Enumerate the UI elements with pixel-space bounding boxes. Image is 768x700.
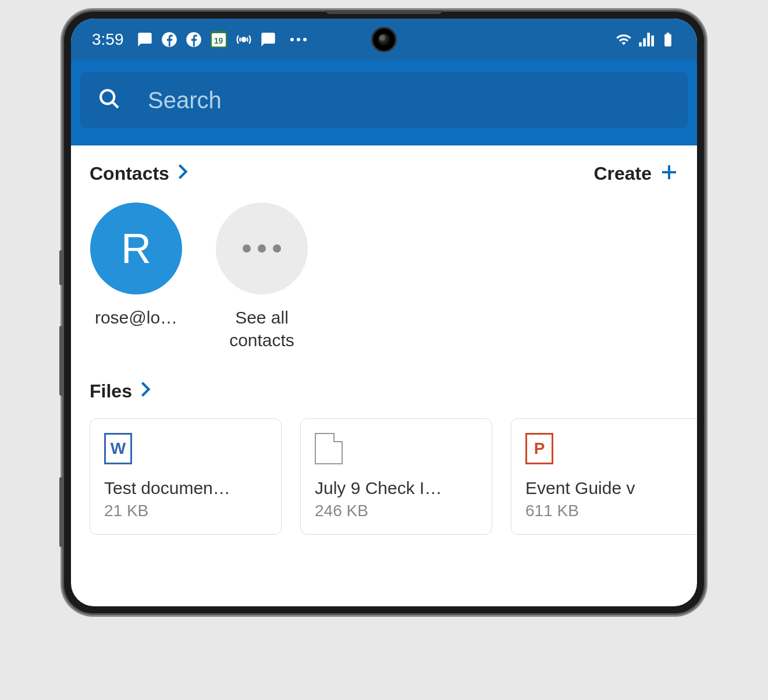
facebook-icon — [186, 31, 202, 48]
screen: 3:59 19 — [71, 19, 697, 606]
contact-initial: R — [121, 225, 151, 272]
file-size: 21 KB — [104, 502, 267, 520]
file-name: July 9 Check I… — [315, 478, 478, 498]
search-section: Search — [71, 61, 697, 145]
battery-icon — [660, 31, 676, 48]
signal-icon — [638, 31, 654, 48]
see-all-label: See all contacts — [215, 306, 308, 351]
files-section: Files W Test documen… 21 KB — [90, 381, 678, 535]
chevron-right-icon — [177, 163, 188, 184]
contact-label: rose@lo… — [95, 306, 177, 329]
file-card[interactable]: W Test documen… 21 KB — [90, 418, 282, 535]
dots-icon — [243, 244, 281, 253]
create-contact-button[interactable]: Create — [593, 162, 678, 185]
contacts-row: R rose@lo… See all contacts — [90, 202, 678, 351]
more-icon — [290, 38, 307, 41]
create-label: Create — [593, 163, 652, 184]
chat-icon — [260, 31, 276, 48]
contact-item[interactable]: R rose@lo… — [90, 202, 183, 351]
file-name: Event Guide v — [525, 478, 688, 498]
calendar-date: 19 — [214, 36, 223, 45]
calendar-icon: 19 — [210, 31, 227, 48]
camera-notch — [371, 27, 397, 52]
plus-icon — [660, 162, 678, 185]
search-placeholder: Search — [148, 87, 222, 113]
word-file-icon: W — [104, 433, 132, 464]
side-button — [59, 326, 63, 396]
file-card[interactable]: P Event Guide v 611 KB — [511, 418, 697, 535]
file-size: 246 KB — [315, 502, 478, 520]
blank-file-icon — [315, 433, 343, 464]
status-bar: 3:59 19 — [71, 19, 697, 61]
facebook-icon — [161, 31, 177, 48]
broadcast-icon — [236, 31, 252, 48]
svg-line-4 — [112, 102, 118, 108]
contacts-title: Contacts — [90, 163, 169, 184]
content-area: Contacts Create R rose@lo — [71, 145, 697, 551]
chat-icon — [137, 31, 153, 48]
more-avatar — [216, 202, 308, 294]
contacts-title-link[interactable]: Contacts — [90, 163, 188, 184]
contacts-header: Contacts Create — [90, 162, 678, 185]
file-card[interactable]: July 9 Check I… 246 KB — [300, 418, 492, 535]
svg-point-2 — [241, 38, 246, 42]
status-time: 3:59 — [92, 30, 124, 49]
powerpoint-file-icon: P — [525, 433, 553, 464]
chevron-right-icon — [140, 381, 151, 402]
side-button — [59, 250, 63, 285]
contact-avatar: R — [90, 202, 182, 294]
file-name: Test documen… — [104, 478, 267, 498]
file-size: 611 KB — [525, 502, 688, 520]
files-title: Files — [90, 381, 132, 402]
files-row: W Test documen… 21 KB July 9 Check I… 24… — [90, 418, 678, 535]
wifi-icon — [616, 31, 632, 48]
side-button — [59, 477, 63, 547]
search-bar[interactable]: Search — [80, 72, 688, 128]
search-icon — [98, 87, 121, 113]
svg-point-3 — [101, 90, 114, 104]
status-right — [616, 31, 676, 48]
see-all-contacts-button[interactable]: See all contacts — [215, 202, 308, 351]
files-title-link[interactable]: Files — [90, 381, 678, 402]
phone-frame: 3:59 19 — [64, 12, 704, 613]
status-left: 3:59 19 — [92, 30, 307, 49]
